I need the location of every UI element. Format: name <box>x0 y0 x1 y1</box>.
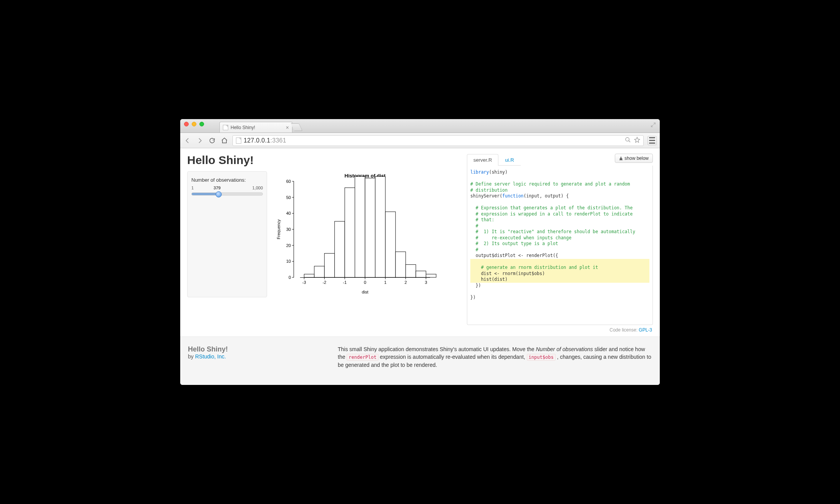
tab-strip: Hello Shiny! × <box>219 119 301 133</box>
footer: Hello Shiny! by RStudio, Inc. This small… <box>180 337 660 385</box>
svg-text:0: 0 <box>289 275 291 280</box>
footer-title: Hello Shiny! <box>188 345 338 353</box>
footer-description: This small Shiny application demonstrate… <box>338 345 652 369</box>
svg-text:40: 40 <box>286 211 291 216</box>
svg-rect-6 <box>345 188 355 277</box>
reload-button[interactable] <box>208 136 216 145</box>
svg-text:30: 30 <box>286 227 291 232</box>
obs-slider[interactable]: 1 379 1,000 <box>191 186 263 196</box>
titlebar: Hello Shiny! × <box>180 119 660 133</box>
svg-rect-12 <box>406 265 416 277</box>
toolbar: 127.0.0.1:3361 <box>180 133 660 148</box>
back-button[interactable] <box>183 136 192 145</box>
svg-text:60: 60 <box>286 179 291 184</box>
new-tab-button[interactable] <box>291 123 302 131</box>
source-code: library(shiny) # Define server logic req… <box>470 169 649 300</box>
slider-max: 1,000 <box>252 186 263 190</box>
svg-text:-1: -1 <box>343 280 347 285</box>
slider-min: 1 <box>191 186 194 190</box>
home-button[interactable] <box>220 136 229 145</box>
show-below-button[interactable]: show below <box>615 154 653 163</box>
svg-text:dist: dist <box>362 290 368 294</box>
close-tab-button[interactable]: × <box>286 124 289 131</box>
browser-tab[interactable]: Hello Shiny! × <box>219 122 292 133</box>
svg-rect-8 <box>365 178 375 277</box>
page-content: Hello Shiny! Number of observations: 1 3… <box>180 148 660 385</box>
traffic-lights <box>184 119 204 133</box>
svg-text:0: 0 <box>364 280 366 285</box>
svg-text:20: 20 <box>286 243 291 248</box>
svg-text:Frequency: Frequency <box>276 219 281 239</box>
svg-rect-13 <box>416 271 426 277</box>
slider-fill <box>192 193 219 195</box>
svg-rect-11 <box>395 252 405 277</box>
url-text: 127.0.0.1:3361 <box>244 137 286 144</box>
forward-button[interactable] <box>196 136 204 145</box>
slider-value: 379 <box>214 186 221 190</box>
svg-text:50: 50 <box>286 195 291 200</box>
svg-rect-10 <box>385 212 395 277</box>
license-link[interactable]: GPL-3 <box>639 327 652 333</box>
download-icon <box>619 156 623 160</box>
svg-rect-5 <box>335 221 345 277</box>
slider-label: Number of observations: <box>191 177 246 183</box>
svg-text:3: 3 <box>425 280 427 285</box>
page-icon <box>223 125 228 130</box>
slider-track[interactable] <box>191 192 263 196</box>
svg-rect-4 <box>324 254 334 278</box>
zoom-window-button[interactable] <box>199 122 204 126</box>
slider-thumb[interactable] <box>216 191 222 197</box>
menu-button[interactable] <box>647 136 657 145</box>
footer-author-link[interactable]: RStudio, Inc. <box>195 353 226 360</box>
code-viewer: library(shiny) # Define server logic req… <box>467 166 653 325</box>
histogram-plot: Histogram of dist-3-2-10123dist010203040… <box>275 173 440 297</box>
svg-rect-9 <box>375 177 385 278</box>
fullscreen-icon[interactable] <box>651 122 656 128</box>
close-window-button[interactable] <box>184 122 189 126</box>
svg-text:2: 2 <box>405 280 407 285</box>
svg-rect-14 <box>426 274 436 277</box>
bookmark-star-icon[interactable] <box>634 137 640 144</box>
code-tabs: server.R ui.R <box>467 154 521 166</box>
svg-text:10: 10 <box>286 259 291 264</box>
tab-server-r[interactable]: server.R <box>467 154 498 166</box>
tab-ui-r[interactable]: ui.R <box>498 154 520 166</box>
svg-rect-2 <box>304 274 314 277</box>
code-license: Code license: GPL-3 <box>467 325 653 337</box>
svg-rect-3 <box>314 266 324 277</box>
browser-window: Hello Shiny! × 127.0.0.1:3361 <box>180 119 660 385</box>
address-bar[interactable]: 127.0.0.1:3361 <box>232 135 644 146</box>
page-icon <box>236 138 241 144</box>
svg-text:-3: -3 <box>302 280 306 285</box>
search-icon[interactable] <box>625 137 631 144</box>
minimize-window-button[interactable] <box>192 122 196 126</box>
svg-rect-7 <box>355 177 365 278</box>
svg-point-0 <box>626 138 629 141</box>
svg-text:1: 1 <box>384 280 387 285</box>
sidebar-panel: Number of observations: 1 379 1,000 <box>187 171 267 297</box>
svg-text:-2: -2 <box>322 280 326 285</box>
tab-title: Hello Shiny! <box>231 125 255 130</box>
page-title: Hello Shiny! <box>187 154 460 167</box>
